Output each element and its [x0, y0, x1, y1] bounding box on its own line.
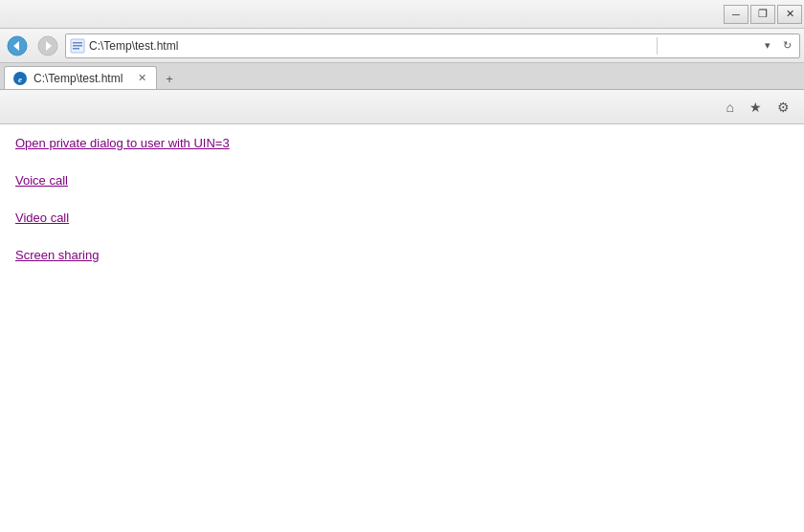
settings-button[interactable]: ⚙ — [770, 95, 796, 120]
address-search-area: ▾ ↻ — [657, 37, 795, 55]
nav-bar: C:\Temp\test.html ▾ ↻ — [0, 29, 804, 63]
forward-button[interactable] — [34, 33, 61, 58]
tab-close-button[interactable]: ✕ — [135, 72, 148, 85]
refresh-btn[interactable]: ↻ — [778, 37, 795, 55]
svg-rect-5 — [73, 42, 82, 44]
page-icon — [70, 38, 85, 54]
back-icon — [7, 35, 28, 56]
toolbar: ⌂ ★ ⚙ — [0, 90, 804, 124]
title-bar-buttons: ─ ❐ ✕ — [722, 5, 802, 24]
favorites-button[interactable]: ★ — [743, 95, 769, 120]
home-button[interactable]: ⌂ — [720, 95, 741, 120]
link-open-private-dialog[interactable]: Open private dialog to user with UIN=3 — [15, 136, 789, 150]
svg-rect-6 — [73, 45, 82, 47]
content-area: Open private dialog to user with UIN=3Vo… — [0, 124, 804, 532]
tab-label: C:\Temp\test.html — [34, 72, 129, 85]
search-dropdown-btn[interactable]: ▾ — [759, 37, 776, 55]
minimize-button[interactable]: ─ — [724, 5, 748, 24]
search-input[interactable] — [661, 39, 757, 53]
active-tab[interactable]: e C:\Temp\test.html ✕ — [4, 66, 157, 89]
svg-rect-7 — [73, 48, 79, 50]
back-button[interactable] — [4, 33, 31, 58]
address-text: C:\Temp\test.html — [89, 39, 653, 53]
forward-icon — [37, 35, 58, 56]
svg-text:e: e — [18, 75, 22, 84]
title-bar: ─ ❐ ✕ — [0, 0, 804, 29]
links-container: Open private dialog to user with UIN=3Vo… — [15, 136, 789, 262]
close-button[interactable]: ✕ — [777, 5, 802, 24]
link-video-call[interactable]: Video call — [15, 211, 789, 225]
address-bar[interactable]: C:\Temp\test.html ▾ ↻ — [65, 33, 800, 58]
restore-button[interactable]: ❐ — [750, 5, 775, 24]
tab-favicon-icon: e — [12, 71, 28, 86]
link-screen-sharing[interactable]: Screen sharing — [15, 248, 789, 262]
link-voice-call[interactable]: Voice call — [15, 173, 789, 188]
new-tab-button[interactable]: + — [159, 68, 180, 89]
tab-bar: e C:\Temp\test.html ✕ + — [0, 63, 804, 90]
